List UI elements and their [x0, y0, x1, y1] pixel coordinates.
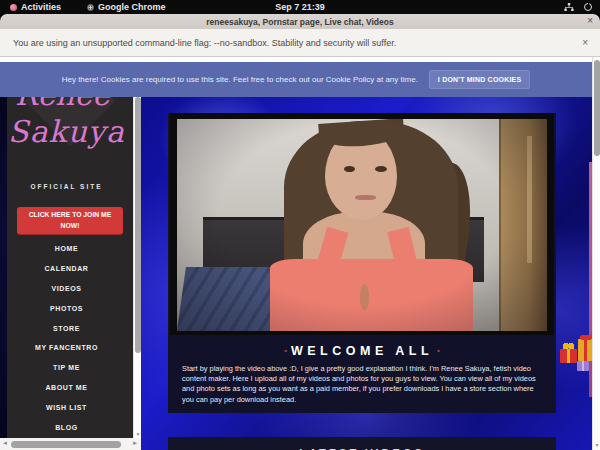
- browser-scroll-down-icon[interactable]: ▼: [593, 442, 600, 448]
- welcome-heading-text: WELCOME ALL: [291, 344, 433, 358]
- clock[interactable]: Sep 7 21:39: [0, 2, 600, 12]
- logo-line1: Renee: [0, 97, 133, 112]
- sidebar-left-edge: [0, 97, 7, 438]
- join-now-button[interactable]: CLICK HERE TO JOIN ME NOW!: [17, 207, 123, 234]
- sidebar-scroll-right-icon[interactable]: ►: [132, 440, 138, 446]
- window-close-icon[interactable]: ×: [587, 15, 593, 26]
- sidebar-item-calendar[interactable]: CALENDAR: [0, 259, 133, 279]
- main-content: •WELCOME ALL• Start by playing the video…: [141, 97, 592, 450]
- gifts-icon[interactable]: [558, 325, 592, 377]
- sidebar-horizontal-scrollbar-thumb[interactable]: [11, 441, 121, 448]
- video-still-image[interactable]: [177, 119, 547, 331]
- gnome-top-bar: Activities Google Chrome Sep 7 21:39: [0, 0, 600, 14]
- latest-videos-section: LATEST VIDEOS: [168, 437, 556, 450]
- sidebar-item-about-me[interactable]: ABOUT ME: [0, 378, 133, 398]
- sidebar-item-blog[interactable]: BLOG: [0, 417, 133, 437]
- sidebar-item-tip-me[interactable]: TIP ME: [0, 358, 133, 378]
- infobar-message: You are using an unsupported command-lin…: [13, 38, 396, 48]
- sidebar-item-photos[interactable]: PHOTOS: [0, 298, 133, 318]
- sidebar-item-home[interactable]: HOME: [0, 239, 133, 259]
- screen: Activities Google Chrome Sep 7 21:39 ren…: [0, 0, 600, 450]
- chrome-infobar: You are using an unsupported command-lin…: [0, 29, 600, 57]
- infobar-close-icon[interactable]: ×: [582, 37, 588, 48]
- sidebar-horizontal-scrollbar[interactable]: ◄ ►: [0, 438, 141, 450]
- window-titlebar[interactable]: reneesakuya, Pornstar page, Live chat, V…: [0, 14, 600, 29]
- logo-line2: Sakuya: [0, 114, 133, 149]
- sidebar-menu: HOME CALENDAR VIDEOS PHOTOS STORE MY FAN…: [0, 239, 133, 437]
- video-player[interactable]: [170, 113, 554, 335]
- site-logo[interactable]: Renee Sakuya: [0, 97, 133, 149]
- gift-box-gold-icon: [578, 339, 592, 361]
- browser-scrollbar-thumb[interactable]: [594, 60, 600, 156]
- browser-scrollbar[interactable]: ▼: [592, 57, 600, 450]
- content-panel: •WELCOME ALL• Start by playing the video…: [168, 113, 556, 413]
- cookie-accept-button[interactable]: I DON'T MIND COOKIES: [429, 70, 530, 89]
- network-icon[interactable]: [564, 3, 574, 12]
- sidebar-item-wish-list[interactable]: WISH LIST: [0, 397, 133, 417]
- power-icon[interactable]: [584, 3, 592, 11]
- gift-box-red-icon: [560, 349, 577, 363]
- heading-dot-right-icon: •: [433, 346, 444, 355]
- welcome-section: •WELCOME ALL• Start by playing the video…: [168, 335, 556, 413]
- sidebar-scroll-left-icon[interactable]: ◄: [2, 440, 8, 446]
- official-site-tagline: OFFICIAL SITE: [0, 183, 133, 190]
- sidebar-item-store[interactable]: STORE: [0, 318, 133, 338]
- heading-dot-left-icon: •: [280, 346, 291, 355]
- welcome-paragraph: Start by playing the video above :D, I g…: [182, 364, 542, 405]
- sidebar-vertical-scrollbar[interactable]: ▼: [133, 97, 141, 438]
- sidebar-item-my-fancentro[interactable]: MY FANCENTRO: [0, 338, 133, 358]
- page-viewport: Renee Sakuya OFFICIAL SITE CLICK HERE TO…: [0, 97, 592, 450]
- cookie-banner: Hey there! Cookies are required to use t…: [0, 62, 592, 97]
- gift-box-purple-icon: [577, 361, 589, 371]
- sidebar: Renee Sakuya OFFICIAL SITE CLICK HERE TO…: [0, 97, 133, 438]
- window-title: reneesakuya, Pornstar page, Live chat, V…: [206, 17, 393, 27]
- sidebar-item-videos[interactable]: VIDEOS: [0, 279, 133, 299]
- video-vignette: [177, 119, 547, 331]
- welcome-heading: •WELCOME ALL•: [168, 344, 556, 358]
- cookie-message: Hey there! Cookies are required to use t…: [62, 75, 418, 84]
